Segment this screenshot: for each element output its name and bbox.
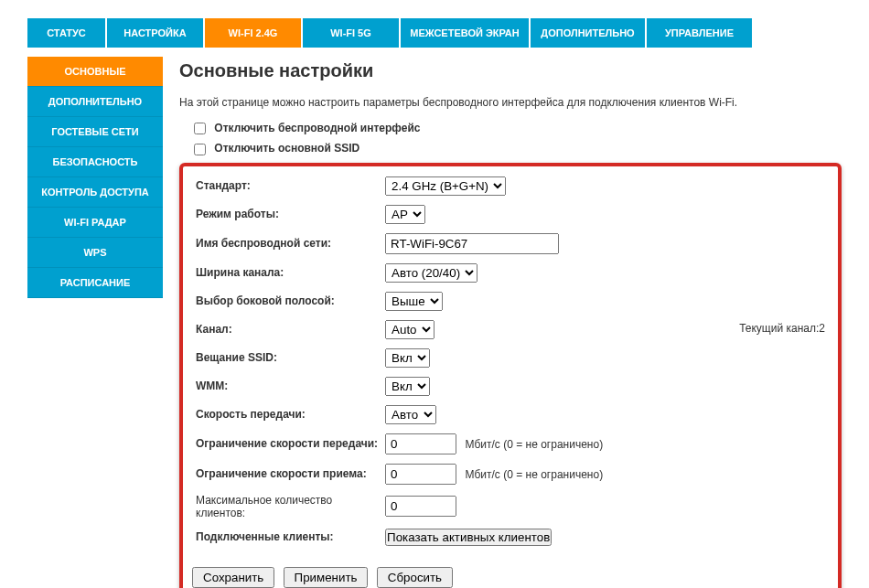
nav-management[interactable]: УПРАВЛЕНИЕ <box>647 18 752 48</box>
nav-firewall[interactable]: МЕЖСЕТЕВОЙ ЭКРАН <box>401 18 529 48</box>
reset-button[interactable]: Сбросить <box>377 567 453 588</box>
sideband-select[interactable]: Выше <box>385 292 443 311</box>
mode-select[interactable]: AP <box>385 205 425 224</box>
bcast-select[interactable]: Вкл <box>385 348 430 368</box>
nav-advanced[interactable]: ДОПОЛНИТЕЛЬНО <box>531 18 645 48</box>
rxlimit-input[interactable] <box>385 464 456 485</box>
rxlimit-unit: Мбит/с (0 = не ограничено) <box>465 468 603 481</box>
channel-select[interactable]: Auto <box>385 320 434 339</box>
nav-setup[interactable]: НАСТРОЙКА <box>107 18 203 48</box>
side-radar[interactable]: WI-FI РАДАР <box>27 208 163 238</box>
apply-button[interactable]: Применить <box>284 567 369 588</box>
rate-label: Скорость передачи: <box>192 401 381 429</box>
standard-label: Стандарт: <box>192 172 381 200</box>
txlimit-input[interactable] <box>385 433 456 454</box>
save-button[interactable]: Сохранить <box>192 567 274 588</box>
side-guest[interactable]: ГОСТЕВЫЕ СЕТИ <box>27 117 163 147</box>
content: Основные настройки На этой странице можн… <box>179 57 842 588</box>
side-schedule[interactable]: РАСПИСАНИЕ <box>27 268 163 298</box>
chwidth-label: Ширина канала: <box>192 259 381 287</box>
sidebar: ОСНОВНЫЕ ДОПОЛНИТЕЛЬНО ГОСТЕВЫЕ СЕТИ БЕЗ… <box>27 57 163 588</box>
chwidth-select[interactable]: Авто (20/40) <box>385 263 477 283</box>
txlimit-label: Ограничение скорости передачи: <box>192 429 381 459</box>
standard-select[interactable]: 2.4 GHz (B+G+N) <box>385 176 506 196</box>
sideband-label: Выбор боковой полосой: <box>192 287 381 315</box>
ssid-input[interactable] <box>385 233 559 254</box>
nav-status[interactable]: СТАТУС <box>27 18 105 48</box>
disable-ssid-label: Отключить основной SSID <box>214 142 359 155</box>
rxlimit-label: Ограничение скорости приема: <box>192 459 381 489</box>
side-security[interactable]: БЕЗОПАСНОСТЬ <box>27 147 163 177</box>
disable-ssid-checkbox[interactable] <box>194 144 206 155</box>
wmm-label: WMM: <box>192 372 381 401</box>
txlimit-unit: Мбит/с (0 = не ограничено) <box>465 438 603 451</box>
mode-label: Режим работы: <box>192 200 381 229</box>
disable-wlan-checkbox[interactable] <box>194 123 206 134</box>
maxcli-label: Максимальное количество клиентов: <box>192 489 381 524</box>
side-wps[interactable]: WPS <box>27 238 163 268</box>
page-intro: На этой странице можно настроить парамет… <box>179 96 842 109</box>
settings-box: Стандарт: 2.4 GHz (B+G+N) Режим работы: … <box>179 163 842 588</box>
disable-wlan-label: Отключить беспроводной интерфейс <box>214 122 420 134</box>
wmm-select[interactable]: Вкл <box>385 377 430 396</box>
side-access[interactable]: КОНТРОЛЬ ДОСТУПА <box>27 177 163 208</box>
current-channel: Текущий канал:2 <box>739 322 825 335</box>
channel-label: Канал: <box>192 315 381 344</box>
nav-wifi-5g[interactable]: WI-FI 5G <box>303 18 399 48</box>
maxcli-input[interactable] <box>385 496 456 517</box>
show-clients-button[interactable]: Показать активных клиентов <box>385 529 552 546</box>
side-advanced[interactable]: ДОПОЛНИТЕЛЬНО <box>27 87 163 117</box>
actions: Сохранить Применить Сбросить <box>192 567 829 588</box>
rate-select[interactable]: Авто <box>385 405 436 424</box>
clients-label: Подключенные клиенты: <box>192 524 381 551</box>
nav-wifi-24g[interactable]: WI-FI 2.4G <box>205 18 301 48</box>
bcast-label: Вещание SSID: <box>192 344 381 372</box>
top-nav: СТАТУС НАСТРОЙКА WI-FI 2.4G WI-FI 5G МЕЖ… <box>27 18 842 48</box>
side-basic[interactable]: ОСНОВНЫЕ <box>27 57 163 87</box>
page-title: Основные настройки <box>179 60 842 81</box>
ssid-label: Имя беспроводной сети: <box>192 229 381 259</box>
